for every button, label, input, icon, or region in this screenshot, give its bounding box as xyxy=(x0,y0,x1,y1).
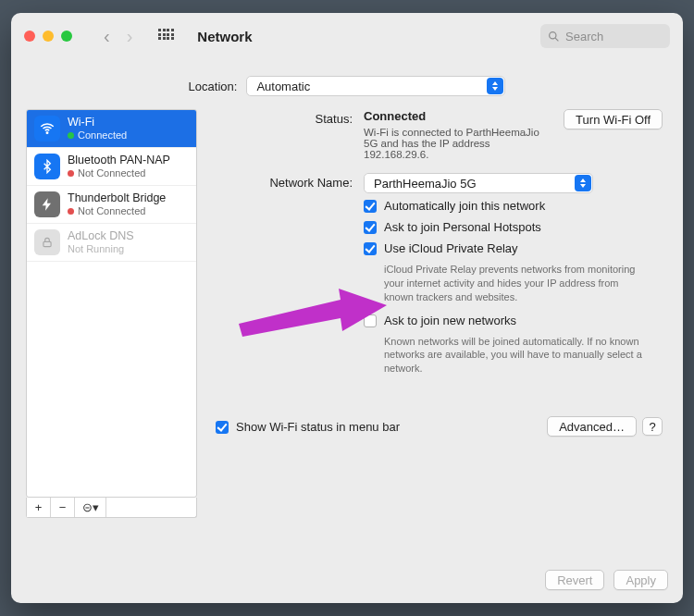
wifi-icon xyxy=(34,116,60,142)
titlebar: ‹ › Network Search xyxy=(11,13,683,59)
add-service-button[interactable]: + xyxy=(27,498,51,517)
chevron-updown-icon xyxy=(487,78,503,94)
lock-icon xyxy=(34,229,60,255)
hotspot-checkbox[interactable] xyxy=(364,221,377,234)
autojoin-checkbox[interactable] xyxy=(364,200,377,213)
help-button[interactable]: ? xyxy=(642,417,663,436)
chevron-updown-icon xyxy=(575,175,591,191)
show-menubar-label: Show Wi-Fi status in menu bar xyxy=(236,420,400,434)
search-placeholder: Search xyxy=(565,30,603,43)
sidebar-item-label: Bluetooth PAN-NAP xyxy=(68,154,170,166)
apply-button[interactable]: Apply xyxy=(613,570,668,590)
revert-button[interactable]: Revert xyxy=(545,570,604,590)
search-input[interactable]: Search xyxy=(540,24,670,48)
show-all-icon[interactable] xyxy=(158,29,173,43)
status-dot-icon xyxy=(68,170,74,177)
window-title: Network xyxy=(197,29,252,44)
network-name-select[interactable]: ParthHeemaJio 5G xyxy=(364,173,593,193)
ask-new-description: Known networks will be joined automatica… xyxy=(384,335,643,376)
location-select[interactable]: Automatic xyxy=(246,76,505,96)
action-row: Revert Apply xyxy=(11,559,683,603)
bluetooth-icon xyxy=(34,154,60,179)
back-button[interactable]: ‹ xyxy=(104,26,110,47)
svg-point-2 xyxy=(46,132,48,134)
turn-wifi-off-button[interactable]: Turn Wi-Fi Off xyxy=(564,109,663,129)
zoom-icon[interactable] xyxy=(61,31,72,42)
location-label: Location: xyxy=(189,80,238,93)
thunderbolt-icon xyxy=(34,191,60,217)
sidebar-item-label: AdLock DNS xyxy=(68,229,134,242)
traffic-lights xyxy=(24,31,72,42)
network-name-label: Network Name: xyxy=(216,173,364,190)
sidebar-item-bluetooth[interactable]: Bluetooth PAN-NAP Not Connected xyxy=(27,148,196,186)
service-list-footer: + − ⊝▾ xyxy=(26,498,197,518)
details-pane: Status: Connected Wi-Fi is connected to … xyxy=(210,109,668,546)
network-name-value: ParthHeemaJio 5G xyxy=(374,177,477,191)
sidebar-item-wifi[interactable]: Wi-Fi Connected xyxy=(27,110,196,148)
status-label: Status: xyxy=(216,109,364,126)
status-description: Wi-Fi is connected to ParthHeemaJio 5G a… xyxy=(364,127,552,160)
close-icon[interactable] xyxy=(24,31,35,42)
service-list: Wi-Fi Connected Bluetooth PAN-NAP Not Co… xyxy=(26,109,197,498)
nav-arrows: ‹ › xyxy=(104,26,132,47)
location-value: Automatic xyxy=(256,80,310,93)
sidebar-item-adlock[interactable]: AdLock DNS Not Running xyxy=(27,224,196,262)
private-relay-description: iCloud Private Relay prevents networks f… xyxy=(384,263,643,304)
minimize-icon[interactable] xyxy=(43,31,54,42)
svg-point-0 xyxy=(550,31,556,38)
forward-button[interactable]: › xyxy=(127,26,133,47)
advanced-button[interactable]: Advanced… xyxy=(547,416,637,437)
autojoin-label: Automatically join this network xyxy=(384,199,545,213)
search-icon xyxy=(548,31,560,43)
private-relay-label: Use iCloud Private Relay xyxy=(384,241,518,255)
svg-line-1 xyxy=(555,38,558,41)
service-sidebar: Wi-Fi Connected Bluetooth PAN-NAP Not Co… xyxy=(26,109,197,546)
location-row: Location: Automatic xyxy=(11,59,683,109)
status-dot-icon xyxy=(68,132,74,139)
show-menubar-checkbox[interactable] xyxy=(216,421,229,434)
sidebar-item-label: Wi-Fi xyxy=(68,116,127,129)
remove-service-button[interactable]: − xyxy=(51,498,75,517)
status-dot-icon xyxy=(68,208,74,215)
sidebar-item-label: Thunderbolt Bridge xyxy=(68,191,166,204)
sidebar-item-thunderbolt[interactable]: Thunderbolt Bridge Not Connected xyxy=(27,186,196,224)
service-actions-button[interactable]: ⊝▾ xyxy=(75,498,106,517)
hotspot-label: Ask to join Personal Hotspots xyxy=(384,220,541,234)
ask-new-label: Ask to join new networks xyxy=(384,314,516,327)
preferences-window: ‹ › Network Search Location: Automatic xyxy=(11,13,683,603)
status-value: Connected xyxy=(364,109,552,123)
ask-new-checkbox[interactable] xyxy=(364,314,377,327)
private-relay-checkbox[interactable] xyxy=(364,242,377,255)
svg-rect-3 xyxy=(43,241,51,246)
